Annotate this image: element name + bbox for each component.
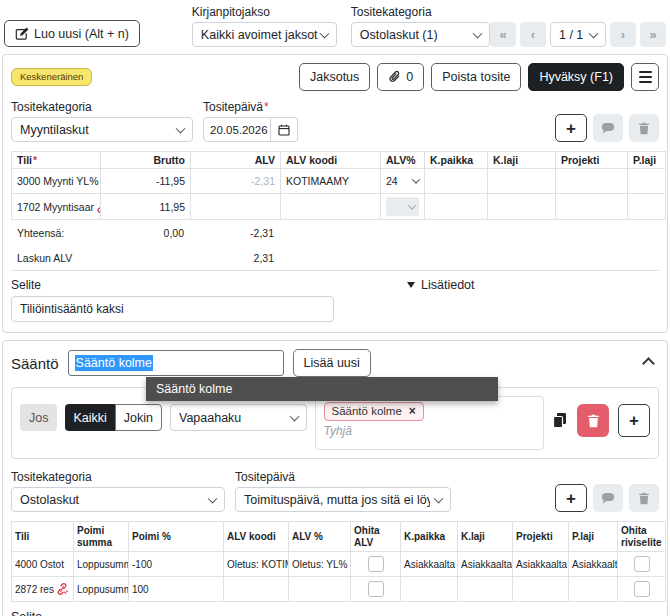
- plus-icon: +: [566, 120, 576, 137]
- comment-button[interactable]: [593, 484, 623, 512]
- add-row-button[interactable]: +: [555, 484, 587, 512]
- poimi-pct-cell[interactable]: -100: [129, 552, 224, 577]
- delete-voucher-button[interactable]: Poista tosite: [431, 63, 521, 91]
- alv-koodi-cell[interactable]: [281, 194, 381, 220]
- broken-link-icon: [56, 583, 68, 595]
- brutto-cell[interactable]: -11,95: [101, 169, 191, 194]
- rule-name-input[interactable]: Sääntö kolme: [68, 350, 284, 376]
- rule-date-select[interactable]: Toimituspäivä, mutta jos sitä ei löydy, …: [235, 487, 451, 512]
- jokin-toggle[interactable]: Jokin: [115, 404, 162, 431]
- tili-cell[interactable]: 2872 res: [12, 577, 74, 602]
- chevron-down-icon: [589, 28, 599, 38]
- approve-button[interactable]: Hyväksy (F1): [528, 63, 624, 91]
- projekti-cell[interactable]: [513, 577, 569, 602]
- condition-field-select[interactable]: Vapaahaku: [170, 404, 307, 431]
- category-select[interactable]: Ostolaskut (1): [351, 22, 490, 47]
- ohita-riviselite-checkbox[interactable]: [634, 556, 650, 572]
- prev-page-button[interactable]: ‹: [520, 22, 546, 47]
- first-page-button[interactable]: «: [490, 22, 516, 47]
- collapse-chevron-up-icon[interactable]: [642, 357, 655, 370]
- col-tili: Tili*: [12, 152, 101, 169]
- jaksotus-button[interactable]: Jaksotus: [299, 63, 370, 91]
- chevron-down-icon: [208, 493, 218, 503]
- period-select[interactable]: Kaikki avoimet jaksot: [192, 22, 337, 47]
- kpaikka-cell[interactable]: [401, 577, 458, 602]
- alv-pct-cell[interactable]: 24: [381, 169, 425, 194]
- alv-pct-cell[interactable]: Oletus: YL%: [289, 552, 351, 577]
- col-kpaikka: K.paikka: [401, 522, 458, 552]
- poimi-summa-cell[interactable]: Loppusumma: [74, 552, 129, 577]
- dropdown-option[interactable]: Sääntö kolme: [156, 382, 232, 396]
- comment-button[interactable]: [593, 114, 623, 142]
- add-condition-button[interactable]: +: [618, 404, 650, 437]
- ohita-riviselite-checkbox[interactable]: [634, 581, 650, 597]
- condition-tag[interactable]: Sääntö kolme ×: [324, 402, 424, 421]
- klaji-cell[interactable]: [488, 169, 556, 194]
- plaji-cell[interactable]: Asiakkaalta: [569, 552, 618, 577]
- menu-button[interactable]: [631, 63, 659, 91]
- col-alv: ALV: [191, 152, 281, 169]
- broken-link-icon: [96, 201, 100, 213]
- brutto-cell[interactable]: 11,95: [101, 194, 191, 220]
- klaji-cell[interactable]: [488, 194, 556, 220]
- page-select[interactable]: 1 / 1: [550, 22, 606, 47]
- date-group: 20.05.2026: [203, 117, 298, 142]
- tili-cell[interactable]: 3000 Myynti YL%: [12, 169, 101, 194]
- chevron-down-icon: [473, 28, 483, 38]
- lisatiedot-toggle[interactable]: Lisätiedot: [407, 278, 475, 292]
- rule-row-actions: +: [555, 484, 659, 512]
- col-brutto: Brutto: [101, 152, 191, 169]
- rule-date-label: Tositepäivä: [235, 470, 451, 484]
- voucher-category-select[interactable]: Myyntilaskut: [11, 117, 193, 142]
- rule-table-row: 2872 res Loppusumma 100: [12, 577, 666, 602]
- alv-pct-cell[interactable]: [289, 577, 351, 602]
- projekti-cell[interactable]: [556, 194, 628, 220]
- required-mark: *: [33, 154, 37, 166]
- projekti-cell[interactable]: Asiakkaalta: [513, 552, 569, 577]
- alv-pct-cell: [381, 194, 425, 220]
- copy-button[interactable]: [552, 412, 568, 429]
- condition-value-box[interactable]: Sääntö kolme × Tyhjä: [315, 396, 545, 450]
- kaikki-toggle[interactable]: Kaikki: [65, 404, 114, 431]
- plaji-cell[interactable]: [628, 194, 666, 220]
- alv-koodi-cell[interactable]: [224, 577, 289, 602]
- attachments-button[interactable]: 0: [377, 63, 424, 91]
- delete-row-button[interactable]: [629, 484, 659, 512]
- close-icon[interactable]: ×: [409, 404, 416, 418]
- voucher-row-actions: +: [555, 114, 659, 142]
- delete-condition-button[interactable]: [577, 404, 609, 437]
- klaji-cell[interactable]: Asiakkaalta: [458, 552, 513, 577]
- selite-area: Selite Lisätiedot Tiliöintisääntö kaksi: [11, 278, 659, 322]
- create-new-button[interactable]: Luo uusi (Alt + n): [4, 20, 140, 47]
- match-mode-toggle: Kaikki Jokin: [65, 404, 162, 431]
- selite-input[interactable]: Tiliöintisääntö kaksi: [11, 296, 334, 322]
- projekti-cell[interactable]: [556, 169, 628, 194]
- rule-category-select[interactable]: Ostolaskut: [11, 487, 225, 512]
- ohita-alv-checkbox[interactable]: [368, 581, 384, 597]
- plaji-cell[interactable]: [628, 169, 666, 194]
- alv-koodi-cell[interactable]: KOTIMAAMY: [281, 169, 381, 194]
- klaji-cell[interactable]: [458, 577, 513, 602]
- kpaikka-cell[interactable]: [425, 194, 488, 220]
- delete-row-button[interactable]: [629, 114, 659, 142]
- kpaikka-cell[interactable]: [425, 169, 488, 194]
- ohita-alv-checkbox[interactable]: [368, 556, 384, 572]
- alv-koodi-cell[interactable]: Oletus: KOTIMAAMY: [224, 552, 289, 577]
- voucher-totals: Yhteensä: 0,00 -2,31 Laskun ALV 2,31: [11, 220, 659, 271]
- next-page-button[interactable]: ›: [610, 22, 636, 47]
- tili-cell[interactable]: 1702 Myyntisaar: [12, 194, 101, 220]
- add-row-button[interactable]: +: [555, 114, 587, 142]
- add-rule-button[interactable]: Lisää uusi: [293, 349, 371, 377]
- tili-cell[interactable]: 4000 Ostot: [12, 552, 74, 577]
- last-page-button[interactable]: »: [640, 22, 666, 47]
- poimi-summa-cell[interactable]: Loppusumma: [74, 577, 129, 602]
- voucher-date-input[interactable]: 20.05.2026: [203, 117, 271, 142]
- calendar-button[interactable]: [271, 117, 298, 142]
- voucher-category-label: Tositekategoria: [11, 100, 193, 114]
- kpaikka-cell[interactable]: Asiakkaalta: [401, 552, 458, 577]
- alv-cell: [191, 194, 281, 220]
- plaji-cell[interactable]: [569, 577, 618, 602]
- poimi-pct-cell[interactable]: 100: [129, 577, 224, 602]
- pencil-square-icon: [15, 27, 29, 41]
- rule-category-field: Tositekategoria Ostolaskut: [11, 470, 225, 512]
